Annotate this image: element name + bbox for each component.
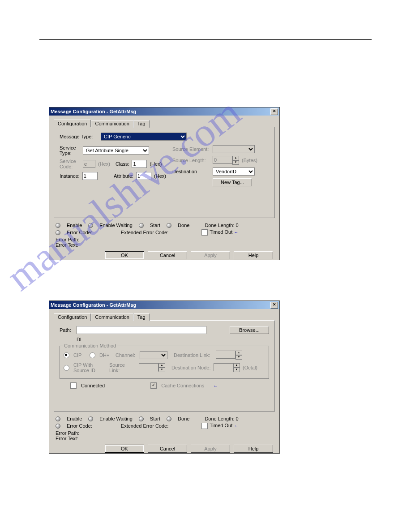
path-input[interactable] (77, 326, 206, 334)
page-rule (39, 39, 372, 40)
cip-src-label: CIP With Source ID (73, 362, 100, 373)
close-icon[interactable]: ✕ (270, 302, 278, 309)
window-title: Message Configuration - GetAttrMsg (51, 107, 136, 116)
timed-out-checkbox[interactable] (201, 423, 208, 429)
help-button[interactable]: Help (234, 445, 273, 453)
help-button[interactable]: Help (234, 251, 273, 259)
ext-error-label: Extended Error Code: (121, 230, 168, 235)
tab-configuration[interactable]: Configuration (54, 120, 91, 127)
dhp-label: DH+ (99, 352, 113, 358)
enable-waiting-led (88, 223, 93, 228)
cip-radio (64, 352, 69, 358)
cancel-button[interactable]: Cancel (148, 445, 187, 453)
enable-led (56, 223, 60, 228)
class-label: Class: (116, 161, 129, 167)
tab-configuration[interactable]: Configuration (54, 313, 91, 321)
bytes-label: (Bytes) (242, 158, 257, 163)
enable-waiting-label: Enable Waiting (99, 416, 133, 421)
cache-label: Cache Connections (161, 383, 204, 388)
apply-button[interactable]: Apply (191, 445, 230, 453)
class-input[interactable] (132, 160, 147, 168)
start-led (139, 223, 144, 228)
enable-led (56, 416, 60, 421)
enable-waiting-label: Enable Waiting (99, 223, 133, 228)
ok-button[interactable]: OK (105, 251, 144, 259)
path-label: Path: (60, 327, 74, 333)
browse-button[interactable]: Browse... (230, 326, 269, 334)
ok-button[interactable]: OK (105, 445, 144, 453)
source-length-label: Source Length: (172, 158, 210, 163)
octal-label: (Octal) (243, 365, 257, 370)
cip-label: CIP (73, 352, 87, 358)
source-length-spinner: ▲▼ (213, 156, 239, 165)
connected-checkbox[interactable] (70, 382, 77, 389)
start-label: Start (150, 223, 160, 228)
service-code-input (83, 160, 95, 168)
titlebar[interactable]: Message Configuration - GetAttrMsg ✕ (49, 301, 279, 309)
channel-label: Channel: (116, 352, 137, 358)
titlebar[interactable]: Message Configuration - GetAttrMsg ✕ (49, 107, 279, 116)
tab-communication[interactable]: Communication (91, 120, 133, 128)
tab-communication[interactable]: Communication (91, 313, 133, 321)
error-code-label: Error Code: (67, 230, 92, 235)
enable-label: Enable (67, 416, 82, 421)
destination-select[interactable]: VendorID (213, 167, 255, 176)
service-type-select[interactable]: Get Attribute Single (83, 146, 149, 154)
arrow-icon: ← (234, 423, 238, 428)
timed-out-label: Timed Out (210, 423, 232, 428)
cache-checkbox: ✓ (150, 382, 157, 389)
cip-src-radio (64, 365, 69, 371)
new-tag-button[interactable]: New Tag... (213, 178, 252, 186)
service-type-label: Service Type: (60, 145, 80, 156)
dest-link-spinner: ▲▼ (216, 351, 242, 360)
error-code-led (56, 424, 60, 429)
attribute-label: Attribute: (114, 173, 133, 179)
dest-node-label: Destination Node: (171, 365, 211, 370)
start-label: Start (150, 416, 160, 421)
dhp-radio (90, 352, 95, 358)
instance-input[interactable] (82, 172, 98, 180)
done-length-label: Done Length: 0 (205, 223, 238, 228)
error-path-label: Error Path: (56, 430, 273, 436)
done-led (167, 223, 171, 228)
connected-label: Connected (81, 383, 105, 388)
attribute-input[interactable] (136, 172, 151, 180)
hex-label-3: (Hex) (154, 173, 166, 179)
msg-type-label: Message Type: (60, 134, 98, 139)
dialog-config: Message Configuration - GetAttrMsg ✕ Con… (49, 107, 280, 260)
error-path-label: Error Path: (56, 237, 273, 242)
enable-label: Enable (67, 223, 82, 228)
done-length-label: Done Length: 0 (205, 416, 238, 421)
apply-button[interactable]: Apply (191, 251, 230, 259)
msg-type-select[interactable]: CIP Generic (101, 133, 187, 141)
done-label: Done (178, 416, 189, 421)
destination-label: Destination (172, 169, 210, 174)
arrow-icon: ← (234, 230, 238, 235)
enable-waiting-led (88, 416, 93, 421)
src-link-spinner: ▲▼ (139, 363, 165, 372)
source-element-label: Source Element: (172, 146, 210, 152)
close-icon[interactable]: ✕ (270, 108, 278, 115)
dest-link-label: Destination Link: (174, 352, 213, 358)
hex-label-2: (Hex) (150, 161, 162, 167)
ext-error-label: Extended Error Code: (121, 423, 168, 429)
arrow-icon: ← (213, 383, 218, 388)
comm-method-title: Communication Method (63, 343, 117, 348)
dialog-comm: Message Configuration - GetAttrMsg ✕ Con… (49, 300, 280, 454)
cancel-button[interactable]: Cancel (148, 251, 187, 259)
tab-tag[interactable]: Tag (133, 120, 150, 128)
done-label: Done (178, 223, 189, 228)
hex-label-1: (Hex) (98, 161, 110, 167)
error-code-led (56, 230, 60, 235)
timed-out-checkbox[interactable] (201, 229, 208, 236)
start-led (139, 416, 144, 421)
window-title: Message Configuration - GetAttrMsg (51, 301, 136, 309)
service-code-label: Service Code: (60, 159, 80, 169)
dest-node-spinner: ▲▼ (214, 363, 240, 372)
error-text-label: Error Text: (56, 436, 273, 441)
error-code-label: Error Code: (67, 423, 92, 429)
src-link-label: Source Link: (109, 362, 136, 373)
tab-tag[interactable]: Tag (133, 313, 150, 321)
path-echo: DL (77, 337, 83, 342)
channel-select (140, 351, 167, 359)
